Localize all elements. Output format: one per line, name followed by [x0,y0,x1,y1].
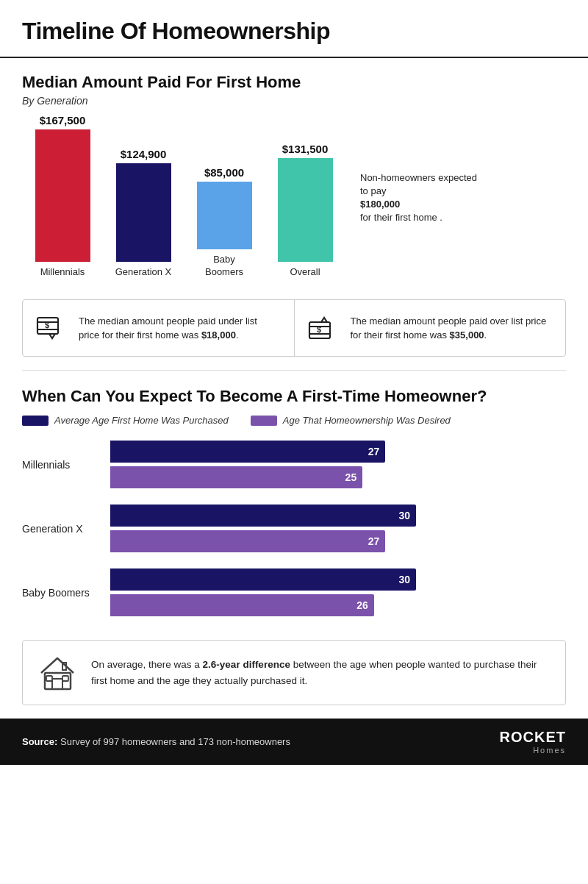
hbar-rect: 27 [110,530,385,552]
section2-title: When Can You Expect To Become A First-Ti… [22,387,566,406]
section1-note: Non-homeowners expected to pay $180,000 … [353,164,485,232]
legend-item: Average Age First Home Was Purchased [22,415,229,426]
hbar-category-label: Generation X [22,523,110,535]
info-strip: $ The median amount people paid under li… [22,299,566,357]
svg-text:$: $ [45,321,49,329]
hbar-rect: 25 [110,466,362,488]
bar-category-label: Generation X [115,266,172,279]
svg-rect-11 [46,676,52,681]
source-label: Source: [22,736,57,747]
page: Timeline Of Homeownership Median Amount … [0,0,588,765]
bar-rect [35,129,90,262]
dollar-over-icon: $ [308,312,340,344]
hbar-value: 25 [345,471,357,483]
hbar-category-label: Baby Boomers [22,587,110,599]
brand: ROCKET Homes [500,729,566,755]
svg-rect-12 [62,676,68,681]
bar-value-label: $85,000 [204,166,244,179]
footer-source: Source: Survey of 997 homeowners and 173… [22,736,290,747]
legend-color-swatch [251,416,277,426]
hbar-bars: 3026 [110,568,566,616]
brand-sub: Homes [500,746,566,755]
house-icon [37,652,78,693]
legend-item: Age That Homeownership Was Desired [251,415,451,426]
bar-value-label: $124,900 [121,148,167,160]
hbar-row: 26 [110,594,566,616]
bar-chart-container: $167,500Millennials$124,900Generation X$… [22,117,566,279]
info-under-text: The median amount people paid under list… [79,314,281,343]
bar-value-label: $131,500 [282,143,329,155]
info-over-text: The median amount people paid over list … [351,314,553,343]
bar-category-label: Baby Boomers [205,254,243,279]
hbar-group: Millennials2725 [22,441,566,488]
hbar-group: Generation X3027 [22,505,566,552]
bar-group: $124,900Generation X [103,148,184,279]
hbar-row: 30 [110,505,566,527]
legend-label: Age That Homeownership Was Desired [283,415,451,426]
bar-category-label: Overall [290,266,320,279]
info-strip2-text: On average, there was a 2.6-year differe… [91,657,551,688]
bar-category-label: Millennials [40,266,85,279]
hbar-value: 27 [368,535,380,547]
bar-group: $131,500Overall [265,143,345,279]
hbar-value: 30 [398,510,410,521]
legend-color-swatch [22,416,49,426]
info-box-under: $ The median amount people paid under li… [23,300,295,356]
info-box-over: $ The median amount people paid over lis… [295,300,566,356]
bar-group: $167,500Millennials [22,114,103,279]
hbar-row: 27 [110,530,566,552]
header: Timeline Of Homeownership [0,0,588,58]
hbar-rect: 26 [110,594,374,616]
dollar-under-icon: $ [36,312,68,344]
bar-rect [116,163,171,262]
legend-label: Average Age First Home Was Purchased [54,415,229,426]
hbar-rect: 27 [110,441,385,463]
source-text: Survey of 997 homeowners and 173 non-hom… [60,736,290,747]
hbar-value: 30 [398,574,410,585]
hbar-row: 25 [110,466,566,488]
svg-text:$: $ [316,325,320,334]
page-title: Timeline Of Homeownership [22,18,566,45]
hbar-category-label: Millennials [22,459,110,471]
legend: Average Age First Home Was PurchasedAge … [22,415,566,426]
hbar-rect: 30 [110,505,416,527]
hbar-value: 27 [368,446,380,457]
hbar-group: Baby Boomers3026 [22,568,566,616]
info-strip2: On average, there was a 2.6-year differe… [22,640,566,705]
bar-rect [197,182,252,249]
section1-subtitle: By Generation [22,95,566,107]
hbar-bars: 3027 [110,505,566,552]
section2: When Can You Expect To Become A First-Ti… [0,371,588,624]
hbar-rect: 30 [110,568,416,591]
section1-title: Median Amount Paid For First Home [22,73,566,92]
hbar-row: 27 [110,441,566,463]
bar-value-label: $167,500 [40,114,86,126]
footer: Source: Survey of 997 homeowners and 173… [0,719,588,765]
bar-rect [278,158,333,262]
hbar-chart: Millennials2725Generation X3027Baby Boom… [22,441,566,616]
hbar-row: 30 [110,568,566,591]
brand-name: ROCKET [500,729,566,746]
svg-rect-9 [52,679,62,689]
bar-group: $85,000Baby Boomers [184,166,265,279]
hbar-bars: 2725 [110,441,566,488]
section1: Median Amount Paid For First Home By Gen… [0,58,588,286]
bar-chart: $167,500Millennials$124,900Generation X$… [22,117,345,279]
hbar-value: 26 [356,599,368,611]
